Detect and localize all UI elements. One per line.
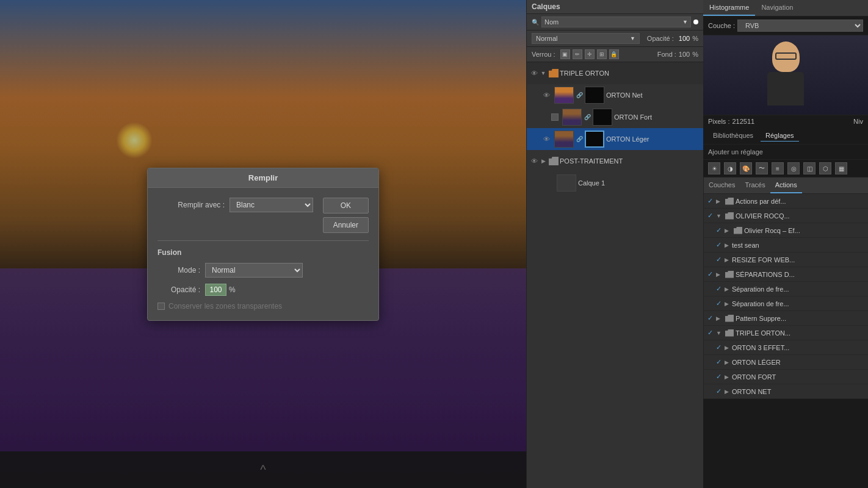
layer-row[interactable]: 👁 ▶ POST-TRAITEMENT	[527, 150, 703, 172]
expand-icon[interactable]: ▶	[725, 242, 732, 248]
expand-icon[interactable]: ▶	[716, 198, 723, 204]
tab-reglages[interactable]: Réglages	[761, 130, 798, 142]
layer-row[interactable]: 👁 🔗 ORTON Léger	[527, 128, 703, 150]
expand-icon[interactable]: ▶	[725, 389, 732, 395]
expand-icon[interactable]: ▶	[725, 345, 732, 351]
hue-icon[interactable]: ◎	[787, 162, 800, 174]
lock-artboard-btn[interactable]: ⊞	[597, 49, 607, 59]
action-item[interactable]: ✓ ▶ SÉPARATIONS D...	[704, 267, 868, 282]
opacity-label: Opacité :	[157, 285, 200, 294]
layer-name: ORTON Léger	[606, 135, 701, 143]
dialog-divider	[157, 240, 369, 241]
tab-traces[interactable]: Tracés	[740, 178, 770, 193]
search-dropdown[interactable]: Nom ▼	[541, 16, 691, 27]
select-color-icon[interactable]: ◫	[803, 162, 816, 174]
lock-draw-btn[interactable]: ✏	[573, 49, 582, 59]
action-item[interactable]: ✓ ▼ OLIVIER ROCQ...	[704, 209, 868, 223]
expand-icon[interactable]: ▼	[716, 213, 723, 219]
calques-title: Calques	[532, 2, 560, 11]
actions-list[interactable]: ✓ ▶ Actions par déf... ✓ ▼ OLIVIER ROCQ.…	[704, 194, 868, 399]
couche-dropdown[interactable]: RVB	[737, 20, 863, 32]
expand-icon[interactable]: ▶	[725, 301, 732, 307]
layer-expand-icon[interactable]: ▶	[539, 157, 548, 165]
action-item[interactable]: ✓ ▼ TRIPLE ORTON...	[704, 326, 868, 340]
action-item[interactable]: ✓ ▶ test sean	[704, 238, 868, 253]
expand-icon[interactable]: ▶	[725, 257, 732, 263]
layer-row[interactable]: 👁 ▼ TRIPLE ORTON	[527, 62, 703, 84]
pixels-value: 212511	[732, 118, 754, 125]
mode-label: Mode :	[157, 266, 200, 274]
webcam-person	[703, 35, 868, 115]
expand-icon[interactable]: ▶	[716, 271, 723, 278]
action-item[interactable]: ✓ ▶ Actions par déf...	[704, 194, 868, 209]
color-icon[interactable]: 🎨	[740, 162, 752, 174]
opacity-input[interactable]	[205, 284, 226, 296]
action-name: SÉPARATIONS D...	[736, 271, 864, 278]
checkmark-icon: ✓	[716, 343, 725, 351]
fill-select[interactable]: Blanc Noir Couleur Transparence	[230, 198, 313, 212]
action-item[interactable]: ✓ ▶ Olivier Rocq – Ef...	[704, 223, 868, 238]
action-item[interactable]: ✓ ▶ ORTON LÉGER	[704, 355, 868, 370]
action-name: RESIZE FOR WEB...	[732, 256, 864, 264]
layer-expand-icon[interactable]: ▼	[539, 69, 548, 77]
webcam-area	[703, 35, 868, 115]
expand-icon[interactable]: ▶	[725, 374, 732, 380]
curve-icon[interactable]: 〜	[756, 162, 768, 174]
action-item[interactable]: ✓ ▶ RESIZE FOR WEB...	[704, 253, 868, 267]
checkmark-icon: ✓	[716, 226, 725, 234]
action-name: ORTON FORT	[732, 373, 864, 381]
action-item[interactable]: ✓ ▶ ORTON 3 EFFET...	[704, 340, 868, 355]
mode-select[interactable]: Normal Dissolution	[205, 263, 303, 278]
blend-mode-row: Normal ▼ Opacité : 100 %	[527, 30, 703, 47]
action-item[interactable]: ✓ ▶ ORTON FORT	[704, 370, 868, 384]
action-item[interactable]: ✓ ▶ Séparation de fre...	[704, 282, 868, 296]
expand-icon[interactable]: ▶	[725, 286, 732, 292]
brightness-icon[interactable]: ☀	[708, 162, 720, 174]
tab-couches[interactable]: Couches	[704, 178, 740, 193]
expand-icon[interactable]: ▼	[716, 330, 723, 336]
person-silhouette	[761, 41, 810, 109]
tab-actions[interactable]: Actions	[770, 178, 802, 193]
gradient-icon[interactable]: ▦	[835, 162, 847, 174]
ok-button[interactable]: OK	[323, 198, 369, 214]
filter-icon[interactable]: ⬡	[819, 162, 831, 174]
opacity-label-calques: Opacité :	[647, 35, 674, 42]
layer-row[interactable]: ○ Calque 1	[527, 172, 703, 194]
layer-row[interactable]: ○ 🔗 ORTON Fort	[527, 106, 703, 128]
tab-bibliotheques[interactable]: Bibliothèques	[708, 130, 758, 142]
contrast-icon[interactable]: ◑	[724, 162, 736, 174]
lock-pixels-btn[interactable]: ▣	[560, 49, 570, 59]
level-icon[interactable]: ≡	[772, 162, 784, 174]
layer-row[interactable]: 👁 🔗 ORTON Net	[527, 84, 703, 106]
lock-position-btn[interactable]: ✛	[585, 49, 595, 59]
blend-mode-dropdown[interactable]: Normal ▼	[532, 33, 640, 44]
tab-navigation[interactable]: Navigation	[755, 0, 799, 16]
layer-name: POST-TRAITEMENT	[560, 157, 701, 165]
checkmark-icon: ✓	[716, 387, 725, 395]
action-item[interactable]: ✓ ▶ Pattern Suppre...	[704, 311, 868, 326]
dialog-overlay: Remplir Remplir avec : Blanc Noir Couleu…	[0, 0, 526, 488]
tab-histogramme[interactable]: Histogramme	[703, 0, 755, 16]
eye-icon[interactable]: ○	[541, 112, 551, 122]
eye-icon[interactable]: 👁	[529, 68, 539, 78]
folder-icon	[725, 212, 734, 220]
folder-icon	[725, 329, 734, 337]
lock-row: Verrou : ▣ ✏ ✛ ⊞ 🔒 Fond : 100 %	[527, 47, 703, 62]
eye-icon[interactable]: 👁	[541, 90, 551, 100]
expand-icon[interactable]: ▶	[716, 315, 723, 321]
reglage-icons: ☀ ◑ 🎨 〜 ≡ ◎ ◫ ⬡ ▦	[703, 160, 868, 178]
transparent-checkbox[interactable]	[157, 303, 165, 310]
action-item[interactable]: ✓ ▶ ORTON NET	[704, 384, 868, 399]
layer-thumbnail	[557, 174, 576, 192]
eye-icon[interactable]: 👁	[541, 134, 551, 144]
cancel-button[interactable]: Annuler	[323, 217, 369, 233]
eye-icon[interactable]: 👁	[529, 156, 539, 166]
expand-icon[interactable]: ▶	[725, 359, 732, 365]
calques-list[interactable]: 👁 ▼ TRIPLE ORTON 👁 🔗 ORTON Net	[527, 62, 703, 488]
folder-icon	[734, 227, 742, 234]
action-item[interactable]: ✓ ▶ Séparation de fre...	[704, 296, 868, 311]
expand-icon[interactable]: ▶	[725, 228, 732, 234]
action-name: TRIPLE ORTON...	[736, 329, 864, 337]
eye-icon[interactable]: ○	[541, 178, 551, 188]
lock-all-btn[interactable]: 🔒	[609, 49, 619, 59]
